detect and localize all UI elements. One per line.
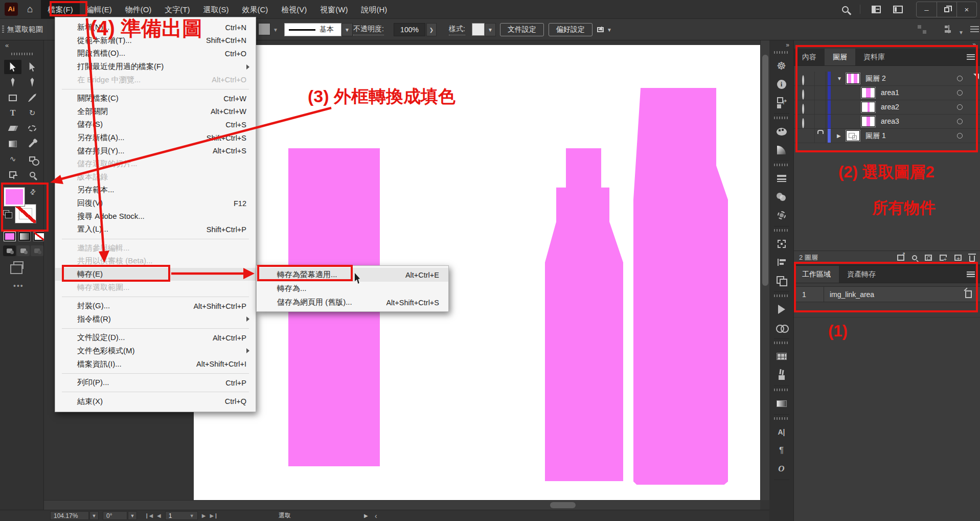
new-layer-icon[interactable] <box>954 255 962 261</box>
artboards-panel-tab[interactable]: 工作區域 <box>794 266 839 283</box>
align-chevron-icon[interactable]: ▼ <box>957 26 965 39</box>
collapse-toolbar-icon[interactable]: « <box>5 41 9 49</box>
collapse-panel-icon[interactable]: » <box>972 41 976 48</box>
layers-panel-tab[interactable]: 內容 <box>794 49 825 65</box>
rotate-tool[interactable]: ↻ <box>24 106 41 120</box>
artboard-tool[interactable] <box>4 167 21 182</box>
file-menu-item[interactable]: 新增(N)...Ctrl+N <box>55 21 256 34</box>
menubar-item-選取S[interactable]: 選取(S) <box>196 0 235 19</box>
file-menu-item[interactable]: 封裝(G)...Alt+Shift+Ctrl+P <box>55 300 256 313</box>
dock-group-grip[interactable] <box>774 342 789 344</box>
first-artboard-icon[interactable]: ❙◀ <box>145 513 153 518</box>
gradient-panel-icon[interactable] <box>775 397 788 410</box>
menubar-item-檔案F[interactable]: 檔案(F) <box>41 0 79 19</box>
menubar-item-物件O[interactable]: 物件(O) <box>119 0 158 19</box>
chevron-down-icon[interactable]: ▼ <box>271 23 280 36</box>
draw-normal-button[interactable] <box>3 245 16 256</box>
magenta-bottle-large[interactable] <box>633 88 728 485</box>
status-back-icon[interactable]: ‹ <box>375 511 377 520</box>
dock-group-grip[interactable] <box>774 117 789 119</box>
file-menu-item[interactable]: 搜尋 Adobe Stock... <box>55 210 256 223</box>
align-icon[interactable] <box>945 25 952 34</box>
file-menu-item[interactable]: 儲存(S)Ctrl+S <box>55 118 256 131</box>
file-menu-item[interactable]: 列印(P)...Ctrl+P <box>55 376 256 390</box>
color-guide-icon[interactable] <box>775 143 788 156</box>
eyedropper-tool[interactable] <box>24 137 41 151</box>
visibility-eye-icon[interactable] <box>802 105 804 113</box>
layer-name[interactable]: 圖層 1 <box>865 131 886 141</box>
brush-definition-dropdown[interactable]: 基本 <box>284 23 341 36</box>
make-clipping-mask-icon[interactable] <box>925 255 932 261</box>
dock-group-grip[interactable] <box>774 389 789 391</box>
pen-tool[interactable] <box>4 75 21 89</box>
dock-group-grip[interactable] <box>774 417 789 420</box>
opacity-label[interactable]: 不透明度: <box>353 23 384 36</box>
layers-panel-tab[interactable]: 資料庫 <box>855 49 893 65</box>
warp-tool[interactable]: ∿ <box>4 152 21 166</box>
fill-color-swatch[interactable] <box>4 187 25 207</box>
new-sublayer-icon[interactable] <box>940 255 947 261</box>
layer-row-圖層-1[interactable]: ▶圖層 1 <box>794 129 980 143</box>
navigator-wheel-icon[interactable]: ☸ <box>775 59 788 73</box>
panel-menu-icon[interactable] <box>970 26 979 34</box>
artboard-number-field[interactable]: 1▼ <box>165 511 198 520</box>
visibility-eye-icon[interactable] <box>802 76 804 84</box>
layer-thumbnail[interactable] <box>846 130 860 141</box>
workspace-switcher-icon[interactable] <box>872 6 881 13</box>
layer-row-圖層-2[interactable]: ▼圖層 2 <box>794 72 980 86</box>
file-menu-item[interactable]: 打開最近使用過的檔案(F) <box>55 60 256 74</box>
layer-name[interactable]: area3 <box>881 117 899 125</box>
visibility-eye-icon[interactable] <box>802 119 804 127</box>
menubar-item-文字T[interactable]: 文字(T) <box>158 0 196 19</box>
artboards-panel-tab[interactable]: 資產轉存 <box>839 266 884 283</box>
panel-menu-burger-icon[interactable] <box>967 271 975 277</box>
target-circle-icon[interactable] <box>957 119 963 124</box>
curvature-tool[interactable] <box>24 75 41 89</box>
character-icon[interactable]: A| <box>775 425 788 439</box>
dock-group-grip[interactable] <box>774 229 789 232</box>
menubar-item-檢視V[interactable]: 檢視(V) <box>275 0 313 19</box>
gradient-mode-button[interactable] <box>18 232 31 241</box>
vertical-scroll-thumb[interactable] <box>762 55 768 286</box>
file-menu-item[interactable]: 儲存拷貝(Y)...Alt+Ctrl+S <box>55 144 256 157</box>
export-submenu-item[interactable]: 轉存為螢幕適用...Alt+Ctrl+E <box>257 268 448 282</box>
document-setup-button[interactable]: 文件設定 <box>500 23 544 36</box>
direct-selection-tool[interactable] <box>24 60 41 74</box>
zoom-level-field[interactable]: 104.17% <box>50 511 89 520</box>
zoom-chevron-icon[interactable]: ▼ <box>89 511 99 520</box>
arrange-documents-icon[interactable] <box>893 6 903 13</box>
horizontal-scrollbar[interactable] <box>44 500 760 510</box>
default-fill-stroke-icon[interactable] <box>3 210 9 215</box>
file-menu-item[interactable]: 置入(L)...Shift+Ctrl+P <box>55 223 256 236</box>
opentype-icon[interactable]: O <box>775 462 788 475</box>
style-label[interactable]: 樣式: <box>449 23 465 36</box>
artboard-options-icon[interactable] <box>965 290 972 298</box>
type-tool[interactable]: T <box>4 106 21 120</box>
draw-inside-button[interactable] <box>31 245 43 256</box>
layer-row-area3[interactable]: area3 <box>794 115 980 129</box>
shape-builder-tool[interactable] <box>24 152 41 166</box>
file-menu-item[interactable]: 轉存(E) <box>55 268 256 281</box>
layer-row-area1[interactable]: area1 <box>794 86 980 100</box>
file-menu-item[interactable]: 結束(X)Ctrl+Q <box>55 395 256 408</box>
locate-object-icon[interactable] <box>912 255 917 260</box>
artboard-row-name[interactable]: img_link_area <box>830 290 874 299</box>
layer-thumbnail[interactable] <box>846 73 860 84</box>
artboard-row[interactable]: 1 img_link_area <box>794 286 980 302</box>
opacity-value-field[interactable]: 100% <box>394 23 425 36</box>
swatches-icon[interactable] <box>775 350 788 363</box>
previous-artboard-icon[interactable]: ◀ <box>157 513 161 518</box>
file-menu-item[interactable]: 回復(V)F12 <box>55 197 256 210</box>
file-menu-item[interactable]: 全部關閉Alt+Ctrl+W <box>55 105 256 119</box>
file-menu-item[interactable]: 指令檔(R) <box>55 312 256 326</box>
panel-menu-burger-icon[interactable] <box>967 54 975 60</box>
file-menu-item[interactable]: 關閉檔案(C)Ctrl+W <box>55 92 256 105</box>
info-icon[interactable]: i <box>775 78 788 91</box>
illustrator-logo-icon[interactable]: Ai <box>5 3 18 16</box>
rectangle-tool[interactable] <box>4 90 21 105</box>
layer-name[interactable]: area1 <box>881 88 899 97</box>
file-menu-item[interactable]: 另存新檔(A)...Shift+Ctrl+S <box>55 131 256 145</box>
brush-dropdown-chevron-icon[interactable]: ▼ <box>341 23 353 36</box>
expand-chevron-icon[interactable]: ▶ <box>837 133 841 139</box>
export-submenu-item[interactable]: 轉存為... <box>257 282 448 296</box>
